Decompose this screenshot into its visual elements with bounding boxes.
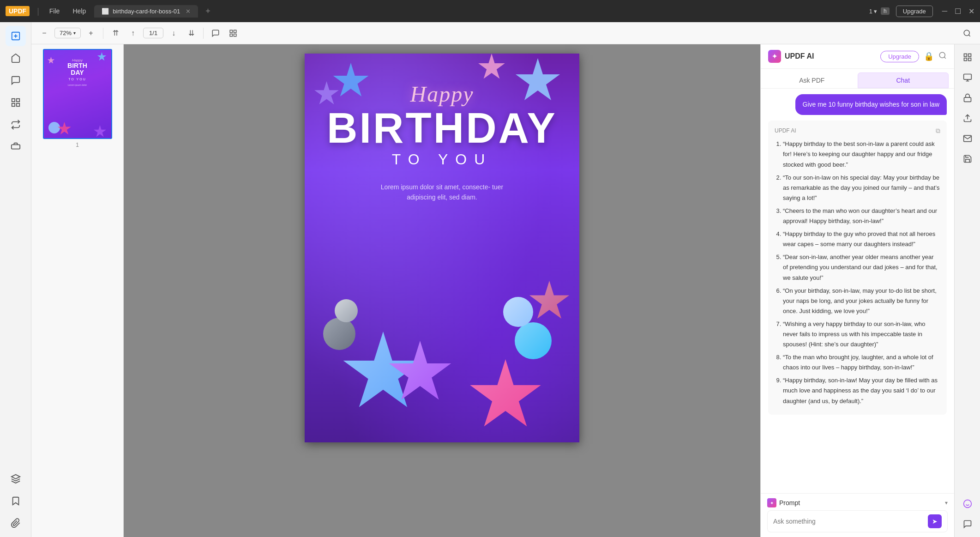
new-tab-button[interactable]: +	[202, 5, 214, 18]
pdf-viewer[interactable]: Happy BIRTHDAY TO YOU Lorem ipsum dolor …	[124, 44, 760, 537]
right-sidebar	[954, 44, 980, 537]
svg-point-23	[963, 500, 971, 508]
svg-point-12	[939, 52, 945, 58]
maximize-icon[interactable]: ☐	[955, 7, 961, 16]
zoom-value: 72%	[60, 30, 72, 36]
scroll-bottom-button[interactable]: ⇊	[184, 26, 198, 41]
ai-upgrade-button[interactable]: Upgrade	[880, 51, 919, 62]
ai-panel: ✦ UPDF AI Upgrade 🔒 Ask PDF Chat	[760, 44, 954, 537]
right-icon-export[interactable]	[958, 109, 977, 127]
ai-chat-input[interactable]	[773, 518, 928, 525]
zoom-display[interactable]: 72% ▾	[54, 28, 81, 38]
svg-rect-6	[230, 30, 232, 32]
ai-copy-button[interactable]: ⧉	[936, 127, 940, 135]
page-down-button[interactable]: ↓	[166, 26, 181, 41]
pdf-happy-text: Happy	[410, 81, 474, 107]
document-tab[interactable]: ⬜ birthday-card-for-boss-01 ✕	[94, 5, 198, 18]
svg-line-13	[944, 57, 945, 58]
toolbar-separator-1	[103, 28, 103, 39]
svg-rect-16	[964, 58, 967, 61]
ai-input-area: ✦ Prompt ▾ ➤	[761, 493, 954, 537]
sidebar-icon-stamp[interactable]	[6, 137, 26, 157]
right-icon-scan[interactable]	[958, 48, 977, 66]
thumb-toyou-text: TO YOU	[68, 78, 86, 81]
tab-chat[interactable]: Chat	[858, 72, 949, 88]
ai-panel-title: UPDF AI	[785, 52, 814, 60]
list-item: “Happy birthday, son-in-law! May your da…	[783, 375, 940, 406]
sidebar-icon-bookmark[interactable]	[6, 491, 26, 511]
upgrade-button[interactable]: Upgrade	[896, 6, 933, 17]
pdf-page: Happy BIRTHDAY TO YOU Lorem ipsum dolor …	[305, 54, 579, 442]
ai-prompt-icon: ✦	[767, 498, 776, 507]
ai-logo: ✦ UPDF AI	[768, 50, 814, 63]
zoom-out-button[interactable]: −	[37, 26, 52, 41]
pdf-toyou-text: TO YOU	[392, 151, 493, 168]
tab-label: birthday-card-for-boss-01	[113, 8, 180, 15]
sidebar-icon-reader[interactable]	[6, 48, 26, 68]
zoom-in-button[interactable]: +	[84, 26, 98, 41]
ai-search-button[interactable]	[938, 51, 947, 62]
thumb-birthday-text: BIRTHDAY	[67, 62, 87, 77]
tab-ask-pdf[interactable]: Ask PDF	[766, 72, 858, 88]
svg-rect-7	[234, 30, 236, 32]
page-up-button[interactable]: ↑	[126, 26, 140, 41]
titlebar-divider: |	[37, 6, 39, 16]
list-item: “Dear son-in-law, another year older mea…	[783, 252, 940, 283]
svg-rect-21	[964, 97, 971, 102]
sidebar-icon-layers[interactable]	[6, 469, 26, 489]
ai-response-label: UPDF AI	[775, 126, 796, 135]
menu-file[interactable]: File	[45, 6, 65, 17]
thumbnail-panel: Happy BIRTHDAY TO YOU Lorem ipsum dolor …	[31, 44, 124, 537]
ai-response-block: UPDF AI ⧉ “Happy birthday to the best so…	[768, 121, 947, 415]
search-toolbar-button[interactable]	[960, 26, 974, 41]
right-icon-lock[interactable]	[958, 89, 977, 107]
list-item: “Happy birthday to the best son-in-law a…	[783, 139, 940, 169]
ai-messages[interactable]: Give me 10 funny birthday wishes for son…	[761, 89, 954, 493]
right-icon-view[interactable]	[958, 68, 977, 87]
view-toggle-button[interactable]	[226, 26, 240, 41]
list-item: “Cheers to the man who won our daughter’…	[783, 206, 940, 226]
right-icon-chat[interactable]	[958, 515, 977, 533]
svg-rect-18	[963, 74, 971, 80]
ai-header-right: Upgrade 🔒	[880, 51, 947, 62]
sidebar-icon-edit[interactable]	[6, 26, 26, 46]
minimize-icon[interactable]: ─	[942, 7, 947, 16]
ai-response-header: UPDF AI ⧉	[775, 126, 940, 135]
app-logo: UPDF	[6, 6, 30, 16]
ai-send-button[interactable]: ➤	[928, 514, 942, 528]
close-icon[interactable]: ✕	[968, 7, 974, 16]
ai-prompt-header: ✦ Prompt ▾	[767, 498, 948, 507]
sidebar-icon-convert[interactable]	[6, 115, 26, 135]
right-icon-ai[interactable]	[958, 495, 977, 513]
page-nav: 1 / 1	[143, 28, 163, 38]
tab-close-icon[interactable]: ✕	[186, 8, 191, 15]
right-icon-save[interactable]	[958, 150, 977, 168]
svg-point-10	[964, 30, 969, 36]
pdf-birthday-text: BIRTHDAY	[327, 107, 557, 149]
page-total: 1	[154, 30, 157, 36]
sidebar-icon-organize[interactable]	[6, 92, 26, 113]
svg-rect-15	[968, 54, 971, 57]
toolbar: − 72% ▾ + ⇈ ↑ 1 / 1 ↓ ⇊	[31, 22, 980, 44]
list-item: “On your birthday, son-in-law, may your …	[783, 286, 940, 316]
ai-lock-button[interactable]: 🔒	[924, 51, 934, 61]
page-number-label: 1	[76, 142, 79, 148]
list-item: “To our son-in-law on his special day: M…	[783, 173, 940, 203]
sidebar-icon-comment[interactable]	[6, 70, 26, 91]
sidebar-icon-attachment[interactable]	[6, 513, 26, 533]
toolbar-separator-2	[203, 28, 204, 39]
ai-logo-icon: ✦	[768, 50, 781, 63]
pdf-content: Happy BIRTHDAY TO YOU Lorem ipsum dolor …	[305, 54, 579, 203]
menu-help[interactable]: Help	[68, 6, 90, 17]
svg-marker-5	[11, 475, 19, 479]
page-thumbnail[interactable]: Happy BIRTHDAY TO YOU Lorem ipsum dolor	[43, 49, 112, 139]
ai-tabs: Ask PDF Chat	[761, 69, 954, 89]
scroll-top-button[interactable]: ⇈	[108, 26, 123, 41]
main-area: − 72% ▾ + ⇈ ↑ 1 / 1 ↓ ⇊	[0, 22, 980, 537]
tab-doc-icon: ⬜	[102, 8, 109, 15]
svg-rect-4	[16, 103, 19, 106]
ai-prompt-chevron[interactable]: ▾	[945, 500, 948, 506]
right-icon-mail[interactable]	[958, 129, 977, 148]
comment-toolbar-button[interactable]	[208, 26, 223, 41]
ai-response-list: “Happy birthday to the best son-in-law a…	[775, 139, 940, 406]
